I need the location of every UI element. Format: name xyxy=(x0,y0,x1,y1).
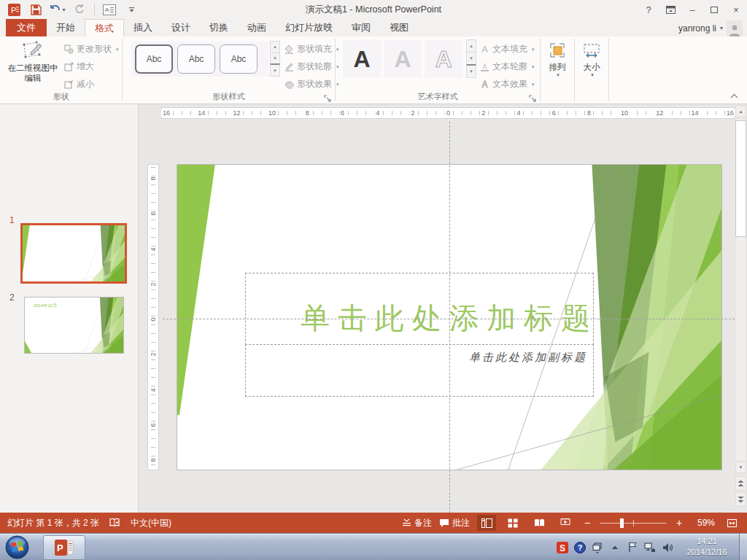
slide-sorter-view-button[interactable] xyxy=(503,515,522,531)
reading-view-button[interactable] xyxy=(530,515,549,531)
zoom-slider-thumb[interactable] xyxy=(620,518,624,528)
volume-icon[interactable] xyxy=(661,541,674,554)
gallery-scroll-down-icon[interactable]: ▼ xyxy=(270,52,280,65)
group-separator xyxy=(608,39,609,101)
zoom-slider-center-tick xyxy=(633,520,634,526)
size-button[interactable]: 大小 ▾ xyxy=(577,41,606,78)
gallery-more-icon[interactable]: ▼ xyxy=(270,63,280,77)
subtitle-placeholder-text: 单击此处添加副标题 xyxy=(469,351,587,365)
vertical-drawing-guide[interactable] xyxy=(449,122,450,513)
title-placeholder[interactable]: 单击此处添加标题 xyxy=(245,273,594,345)
tab-home[interactable]: 开始 xyxy=(47,19,85,36)
tab-insert[interactable]: 插入 xyxy=(124,19,162,36)
scrollbar-thumb[interactable] xyxy=(735,120,746,237)
text-outline-caret-icon: ▾ xyxy=(532,64,535,70)
ruler-tick-label: 14 xyxy=(196,109,206,117)
taskbar-clock[interactable]: 14:21 2014/12/16 xyxy=(678,536,735,558)
restore-icon xyxy=(711,7,718,13)
comments-button[interactable]: 批注 xyxy=(439,517,470,529)
text-fill-button[interactable]: A 文本填充 ▾ xyxy=(480,42,535,57)
shape-style-option-3[interactable]: Abc xyxy=(220,44,258,74)
help-button[interactable]: ? xyxy=(638,0,659,19)
slide-1-thumbnail[interactable] xyxy=(20,223,127,284)
tab-animations[interactable]: 动画 xyxy=(238,19,276,36)
tab-file[interactable]: 文件 xyxy=(6,19,47,36)
tab-review[interactable]: 审阅 xyxy=(342,19,380,36)
avatar[interactable] xyxy=(727,20,743,36)
slide-2-thumbnail[interactable]: 2014年12月 xyxy=(24,297,124,354)
tab-design[interactable]: 设计 xyxy=(162,19,200,36)
zoom-in-button[interactable]: + xyxy=(674,517,684,529)
show-hidden-icons-button[interactable] xyxy=(608,541,622,554)
wordart-option-3[interactable]: A xyxy=(425,40,462,78)
shape-outline-button[interactable]: 形状轮廓 ▾ xyxy=(285,59,339,74)
shape-effects-button[interactable]: 形状效果 ▾ xyxy=(285,77,339,92)
enlarge-button[interactable]: 增大 xyxy=(64,59,119,74)
gallery-scroll-up-icon[interactable]: ▲ xyxy=(270,41,280,53)
shape-tools: 更改形状 ▾ 增大 减小 xyxy=(64,42,119,92)
group-separator xyxy=(574,39,575,101)
network-icon[interactable] xyxy=(643,541,657,554)
ruler-tick-label: 8 xyxy=(148,458,158,462)
change-shape-button[interactable]: 更改形状 ▾ xyxy=(64,42,119,57)
gallery-more-icon[interactable]: ▼ xyxy=(466,64,476,78)
vertical-ruler: 864202468 xyxy=(147,164,159,470)
next-slide-button[interactable] xyxy=(735,492,746,507)
arrange-button[interactable]: 排列 ▾ xyxy=(543,41,572,78)
redo-button[interactable] xyxy=(70,1,89,18)
status-right: 备注 批注 − + 5 xyxy=(402,515,741,531)
account-chip[interactable]: yanrong li ▾ xyxy=(678,20,743,36)
undo-button[interactable]: ▾ xyxy=(48,1,67,18)
tab-slideshow[interactable]: 幻灯片放映 xyxy=(276,19,342,36)
shape-style-option-1[interactable]: Abc xyxy=(135,44,173,74)
restore-button[interactable] xyxy=(703,0,725,19)
normal-view-button[interactable] xyxy=(477,515,496,531)
minimize-button[interactable]: – xyxy=(681,0,703,19)
shape-fill-button[interactable]: 形状填充 ▾ xyxy=(285,42,339,57)
customize-qat-button[interactable] xyxy=(122,1,141,18)
zoom-level[interactable]: 59% xyxy=(692,518,715,528)
wordart-option-2[interactable]: A xyxy=(384,40,422,78)
scroll-up-icon[interactable]: ▲ xyxy=(735,106,746,117)
save-button[interactable] xyxy=(26,1,45,18)
tab-transitions[interactable]: 切换 xyxy=(200,19,238,36)
shrink-button[interactable]: 减小 xyxy=(64,77,119,92)
tab-format[interactable]: 格式 xyxy=(85,19,124,36)
enlarge-label: 增大 xyxy=(77,61,94,73)
show-desktop-button[interactable] xyxy=(739,534,747,560)
powerpoint-taskbar-button[interactable]: P xyxy=(43,535,85,560)
collapse-ribbon-button[interactable] xyxy=(728,91,740,100)
close-button[interactable]: × xyxy=(725,0,747,19)
fit-to-window-button[interactable] xyxy=(722,515,741,531)
text-effects-button[interactable]: A 文本效果 ▾ xyxy=(480,77,535,92)
subtitle-placeholder[interactable]: 单击此处添加副标题 xyxy=(245,344,594,397)
input-method-icon[interactable]: S xyxy=(556,541,569,554)
shape-style-gallery-arrows: ▲ ▼ ▼ xyxy=(270,42,280,77)
text-outline-label: 文本轮廓 xyxy=(492,61,527,73)
horizontal-drawing-guide[interactable] xyxy=(163,319,735,319)
scroll-down-icon[interactable]: ▼ xyxy=(735,462,746,473)
tab-view[interactable]: 视图 xyxy=(380,19,418,36)
help-tray-icon[interactable]: ? xyxy=(573,541,587,554)
shrink-label: 减小 xyxy=(77,78,94,90)
gallery-scroll-up-icon[interactable]: ▲ xyxy=(466,39,476,52)
action-center-flag-icon[interactable] xyxy=(626,541,639,554)
wordart-option-1[interactable]: A xyxy=(343,40,381,78)
gallery-scroll-down-icon[interactable]: ▼ xyxy=(466,52,476,65)
edit-in-2d-button[interactable]: 在二维视图中编辑 xyxy=(4,40,61,83)
zoom-out-button[interactable]: − xyxy=(582,517,592,529)
ruler-tick-label: 2 xyxy=(148,282,158,286)
slide-layout-button[interactable]: A xyxy=(100,1,119,18)
previous-slide-button[interactable] xyxy=(735,476,746,491)
start-button[interactable] xyxy=(5,535,29,559)
ribbon-display-options-button[interactable] xyxy=(659,0,681,19)
spell-check-icon[interactable] xyxy=(109,518,120,528)
shape-style-option-2[interactable]: Abc xyxy=(177,44,215,74)
notes-button[interactable]: 备注 xyxy=(402,517,432,529)
zoom-slider[interactable] xyxy=(600,515,667,531)
undo-dropdown-icon[interactable]: ▾ xyxy=(62,7,65,13)
language-bar-icon[interactable] xyxy=(591,541,604,554)
language-indicator[interactable]: 中文(中国) xyxy=(131,517,171,529)
slide-show-button[interactable] xyxy=(556,515,575,531)
text-outline-button[interactable]: A 文本轮廓 ▾ xyxy=(480,59,535,74)
